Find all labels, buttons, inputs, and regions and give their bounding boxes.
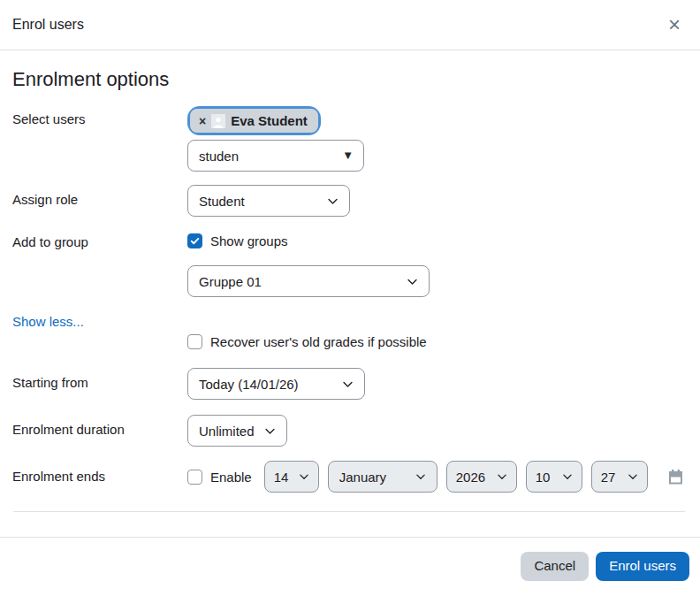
group-select-value: Gruppe 01 — [199, 274, 262, 289]
modal-title: Enrol users — [12, 17, 84, 33]
user-search-input[interactable] — [187, 140, 364, 172]
remove-user-icon[interactable]: × — [199, 114, 206, 128]
modal-header: Enrol users × — [0, 0, 700, 50]
checkmark-icon — [190, 236, 200, 246]
form-row-starting-from: Starting from Today (14/01/26) — [12, 368, 686, 400]
assign-role-label: Assign role — [12, 185, 187, 207]
enable-label: Enable — [210, 470, 252, 485]
chevron-down-icon — [415, 471, 426, 482]
starting-from-value: Today (14/01/26) — [199, 377, 299, 392]
recover-grades-checkbox[interactable] — [187, 334, 202, 349]
selected-user-tag[interactable]: × Eva Student — [190, 109, 318, 133]
modal-footer: Cancel Enrol users — [0, 537, 700, 596]
form-row-showless-recover: Show less... Recover user's old grades i… — [12, 314, 686, 353]
show-groups-label: Show groups — [210, 233, 288, 248]
dropdown-arrow-icon[interactable]: ▼ — [342, 149, 354, 163]
add-to-group-label: Add to group — [12, 233, 187, 249]
end-hour-select[interactable]: 10 — [526, 461, 582, 493]
end-minute-value: 27 — [601, 470, 616, 485]
form-row-enrolment-ends: Enrolment ends Enable 14 January — [12, 461, 686, 493]
cancel-button[interactable]: Cancel — [521, 552, 589, 581]
chevron-down-icon — [299, 471, 309, 482]
calendar-icon[interactable] — [667, 468, 684, 486]
enrol-users-button[interactable]: Enrol users — [596, 552, 689, 581]
enable-checkbox-row[interactable]: Enable — [187, 470, 252, 485]
end-hour-value: 10 — [536, 470, 551, 485]
modal-body: Enrolment options Select users × Eva Stu… — [0, 50, 700, 516]
show-groups-checkbox[interactable] — [187, 233, 202, 248]
chevron-down-icon — [562, 471, 573, 482]
assign-role-value: Student — [199, 194, 245, 209]
enrolment-duration-value: Unlimited — [199, 424, 255, 439]
end-year-select[interactable]: 2026 — [446, 461, 517, 493]
show-less-link[interactable]: Show less... — [12, 314, 84, 329]
selected-user-name: Eva Student — [231, 113, 308, 128]
chevron-down-icon — [264, 425, 276, 437]
form-row-select-users: Select users × Eva Student — [12, 106, 686, 172]
show-groups-checkbox-row[interactable]: Show groups — [187, 233, 288, 248]
end-year-value: 2026 — [456, 470, 485, 485]
starting-from-select[interactable]: Today (14/01/26) — [187, 368, 365, 400]
chevron-down-icon — [327, 195, 339, 207]
person-icon — [212, 116, 224, 128]
select-users-label: Select users — [12, 106, 187, 126]
close-icon[interactable]: × — [663, 12, 686, 37]
chevron-down-icon — [342, 378, 354, 390]
end-day-select[interactable]: 14 — [264, 461, 319, 493]
enrolment-ends-label: Enrolment ends — [12, 461, 187, 484]
user-avatar — [211, 114, 225, 128]
recover-grades-label: Recover user's old grades if possible — [210, 334, 427, 349]
end-day-value: 14 — [274, 470, 289, 485]
enrolment-duration-label: Enrolment duration — [12, 415, 187, 437]
recover-grades-checkbox-row[interactable]: Recover user's old grades if possible — [187, 334, 427, 349]
enable-checkbox[interactable] — [187, 470, 202, 485]
enrol-users-modal: Enrol users × Enrolment options Select u… — [0, 0, 700, 596]
assign-role-select[interactable]: Student — [187, 185, 350, 217]
form-divider — [13, 511, 685, 512]
form-row-add-to-group: Add to group Show groups Gruppe 01 — [12, 233, 686, 297]
chevron-down-icon — [628, 471, 638, 482]
chevron-down-icon — [497, 471, 507, 482]
section-heading: Enrolment options — [12, 68, 686, 91]
group-select[interactable]: Gruppe 01 — [187, 265, 430, 297]
form-row-assign-role: Assign role Student — [12, 185, 686, 217]
end-month-value: January — [339, 470, 386, 485]
end-month-select[interactable]: January — [328, 461, 438, 493]
selected-user-tag-focus-ring: × Eva Student — [190, 109, 318, 133]
form-row-enrolment-duration: Enrolment duration Unlimited — [12, 415, 686, 447]
user-search-box: ▼ — [187, 140, 364, 172]
enrolment-duration-select[interactable]: Unlimited — [187, 415, 287, 447]
starting-from-label: Starting from — [12, 368, 187, 390]
end-minute-select[interactable]: 27 — [591, 461, 648, 493]
chevron-down-icon — [407, 276, 418, 287]
